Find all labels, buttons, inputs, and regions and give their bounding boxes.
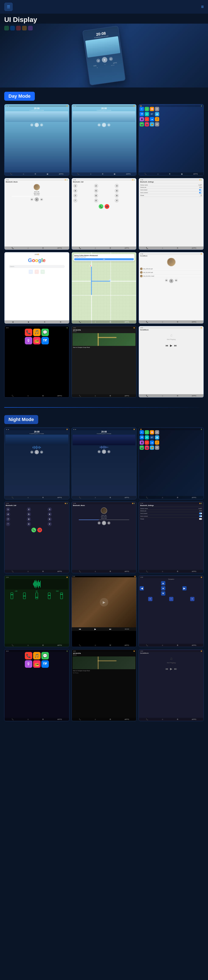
- eq-slider-2[interactable]: [23, 593, 26, 599]
- carplay-podcast[interactable]: 🎙: [25, 337, 32, 344]
- app-7[interactable]: ☁: [150, 117, 154, 121]
- bt-play[interactable]: ⏸: [35, 197, 39, 202]
- center-btn[interactable]: ⌖: [190, 597, 194, 601]
- auto-answer-toggle[interactable]: [199, 189, 202, 191]
- night-app-bt[interactable]: BT: [150, 435, 154, 439]
- night-key-hash[interactable]: #: [47, 522, 52, 526]
- video-play-btn[interactable]: ▶: [95, 628, 96, 630]
- app-settings[interactable]: ⚙: [155, 107, 159, 111]
- not-play-prev[interactable]: ⏮: [165, 344, 168, 347]
- carplay-messages[interactable]: 💬: [41, 329, 49, 336]
- zoom-in-btn[interactable]: +: [148, 597, 152, 601]
- night-key-8[interactable]: 8: [27, 517, 31, 521]
- prev-s1[interactable]: ⏮: [30, 124, 33, 126]
- next-s2[interactable]: ⏭: [107, 124, 110, 126]
- night-app-10[interactable]: 🎬: [145, 445, 149, 450]
- bt-prev[interactable]: ⏮: [30, 198, 33, 201]
- night-carplay-maps[interactable]: 🗺: [41, 660, 49, 668]
- app-5[interactable]: 📱: [140, 117, 144, 121]
- next-btn[interactable]: ⏭: [109, 57, 113, 61]
- eq-slider-4[interactable]: [48, 593, 50, 599]
- night-app-8[interactable]: 🎵: [155, 441, 159, 445]
- key-4[interactable]: 4: [73, 189, 77, 193]
- night-key-3[interactable]: 3: [47, 507, 52, 512]
- night-key-star[interactable]: *: [6, 522, 10, 526]
- carplay-radio[interactable]: 📻: [33, 337, 41, 344]
- play-s2[interactable]: ⏸: [102, 123, 106, 127]
- eq-slider-3[interactable]: [35, 593, 38, 599]
- app-bt[interactable]: BT: [150, 112, 154, 116]
- not-play-next[interactable]: ⏭: [174, 344, 177, 347]
- call-btn-day[interactable]: 📞: [99, 204, 103, 209]
- night-not-play-prev[interactable]: ⏮: [165, 667, 168, 670]
- night-key-1[interactable]: 1: [6, 507, 10, 512]
- night-auto-connect-toggle[interactable]: [199, 515, 202, 517]
- end-call-btn-day[interactable]: 📵: [105, 204, 109, 209]
- bt-next-night[interactable]: ⏭: [107, 522, 110, 525]
- night-play-1[interactable]: ⏸: [35, 450, 39, 454]
- night-app-6[interactable]: ♪: [145, 441, 149, 445]
- night-end-call-btn[interactable]: 📵: [37, 528, 42, 532]
- app-4[interactable]: ▦: [155, 112, 159, 116]
- soc-prev[interactable]: ⏮: [165, 279, 168, 282]
- night-app-music[interactable]: ♫: [145, 430, 149, 434]
- night-next-1[interactable]: ⏭: [40, 450, 43, 453]
- video-play-overlay[interactable]: ▶: [100, 598, 108, 606]
- play-s1[interactable]: ⏸: [35, 123, 39, 127]
- app-9[interactable]: 📷: [140, 122, 144, 126]
- key-8[interactable]: 8: [94, 194, 98, 198]
- nav-icon[interactable]: ≡: [201, 4, 204, 10]
- key-6[interactable]: 6: [115, 189, 119, 193]
- music-file-2[interactable]: 华乐_03_FLAC.mp3: [140, 271, 203, 274]
- night-carplay-music[interactable]: 🎵: [33, 652, 41, 659]
- key-2[interactable]: 2: [94, 184, 98, 188]
- arrow-right[interactable]: ▶: [182, 586, 187, 590]
- app-6[interactable]: ♪: [145, 117, 149, 121]
- play-pause-btn[interactable]: ⏸: [101, 57, 108, 63]
- app-waze[interactable]: W: [145, 112, 149, 116]
- zoom-out-btn[interactable]: −: [169, 597, 173, 601]
- app-8[interactable]: 🎵: [155, 117, 159, 121]
- night-carplay-messages[interactable]: 💬: [41, 652, 49, 659]
- night-key-7[interactable]: 7: [6, 517, 10, 521]
- night-not-play-btn[interactable]: ▶: [170, 667, 172, 670]
- night-app-waze[interactable]: W: [145, 435, 149, 439]
- key-7[interactable]: 7: [73, 194, 77, 198]
- key-hash[interactable]: #: [115, 198, 119, 203]
- carplay-phone[interactable]: 📞: [25, 329, 32, 336]
- video-prev-btn[interactable]: ⏮: [79, 628, 81, 630]
- night-key-4[interactable]: 4: [6, 512, 10, 516]
- night-app-4[interactable]: ▦: [155, 435, 159, 439]
- night-app-tg[interactable]: ✈: [140, 430, 144, 434]
- eq-slider-5[interactable]: [60, 593, 63, 599]
- arrow-left[interactable]: ◀: [140, 586, 144, 590]
- shortcut-2[interactable]: Y: [35, 270, 39, 274]
- music-file-1[interactable]: 华乐_03.FLAC.mp3: [140, 267, 203, 271]
- night-key-2[interactable]: 2: [27, 507, 31, 512]
- not-play-btn[interactable]: ▶: [170, 344, 172, 347]
- night-app-12[interactable]: ⚙: [155, 445, 159, 450]
- night-call-btn[interactable]: 📞: [32, 528, 36, 532]
- night-app-11[interactable]: 📻: [150, 445, 154, 450]
- google-search-bar[interactable]: Search...: [9, 265, 65, 268]
- app-photos[interactable]: 🌸: [150, 107, 154, 111]
- night-auto-answer-toggle[interactable]: [199, 512, 202, 514]
- bt-prev-night[interactable]: ⏮: [98, 522, 101, 525]
- go-button-day[interactable]: GO: [74, 258, 134, 260]
- app-maps[interactable]: 🗺: [140, 112, 144, 116]
- night-key-0[interactable]: 0: [27, 522, 31, 526]
- night-not-play-next[interactable]: ⏭: [174, 667, 177, 670]
- soc-play[interactable]: ⏸: [169, 279, 173, 283]
- arrow-down[interactable]: ▼: [161, 591, 165, 596]
- key-9[interactable]: 9: [115, 194, 119, 198]
- app-10[interactable]: 🎬: [145, 122, 149, 126]
- night-carplay-phone[interactable]: 📞: [25, 652, 32, 659]
- bt-next[interactable]: ⏭: [40, 198, 43, 201]
- night-prev-1[interactable]: ⏮: [30, 450, 33, 453]
- night-key-9[interactable]: 9: [47, 517, 52, 521]
- night-app-settings[interactable]: ⚙: [155, 430, 159, 434]
- night-key-5[interactable]: 5: [27, 512, 31, 516]
- night-flower-toggle[interactable]: [199, 518, 202, 520]
- night-app-5[interactable]: 📱: [140, 441, 144, 445]
- shortcut-3[interactable]: M: [41, 270, 45, 274]
